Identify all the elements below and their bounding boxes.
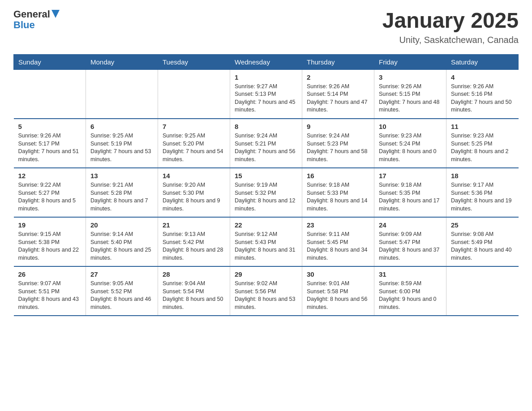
- day-info-27: Sunrise: 9:05 AM Sunset: 5:52 PM Dayligh…: [90, 280, 153, 311]
- day-cell-18: 18Sunrise: 9:17 AM Sunset: 5:36 PM Dayli…: [446, 168, 519, 217]
- day-number-15: 15: [235, 172, 297, 180]
- week-row-5: 26Sunrise: 9:07 AM Sunset: 5:51 PM Dayli…: [14, 266, 519, 316]
- day-cell-15: 15Sunrise: 9:19 AM Sunset: 5:32 PM Dayli…: [230, 168, 302, 217]
- day-info-1: Sunrise: 9:27 AM Sunset: 5:13 PM Dayligh…: [235, 83, 297, 114]
- day-info-13: Sunrise: 9:21 AM Sunset: 5:28 PM Dayligh…: [90, 181, 153, 213]
- day-cell-31: 31Sunrise: 8:59 AM Sunset: 6:00 PM Dayli…: [374, 266, 446, 316]
- day-info-31: Sunrise: 8:59 AM Sunset: 6:00 PM Dayligh…: [379, 280, 442, 311]
- day-cell-20: 20Sunrise: 9:14 AM Sunset: 5:40 PM Dayli…: [86, 217, 158, 266]
- calendar-body: 1Sunrise: 9:27 AM Sunset: 5:13 PM Daylig…: [14, 69, 519, 316]
- day-number-5: 5: [18, 123, 82, 130]
- day-info-19: Sunrise: 9:15 AM Sunset: 5:38 PM Dayligh…: [18, 231, 82, 262]
- day-info-28: Sunrise: 9:04 AM Sunset: 5:54 PM Dayligh…: [163, 280, 225, 311]
- day-number-27: 27: [90, 270, 153, 278]
- calendar-table: SundayMondayTuesdayWednesdayThursdayFrid…: [13, 54, 519, 317]
- day-info-25: Sunrise: 9:08 AM Sunset: 5:49 PM Dayligh…: [451, 231, 514, 262]
- empty-cell: [14, 69, 86, 119]
- day-info-11: Sunrise: 9:23 AM Sunset: 5:25 PM Dayligh…: [451, 132, 514, 163]
- day-info-26: Sunrise: 9:07 AM Sunset: 5:51 PM Dayligh…: [18, 280, 82, 311]
- weekday-header-friday: Friday: [374, 54, 446, 69]
- day-cell-12: 12Sunrise: 9:22 AM Sunset: 5:27 PM Dayli…: [14, 168, 86, 217]
- day-cell-6: 6Sunrise: 9:25 AM Sunset: 5:19 PM Daylig…: [86, 119, 158, 168]
- day-cell-1: 1Sunrise: 9:27 AM Sunset: 5:13 PM Daylig…: [230, 69, 302, 119]
- day-number-31: 31: [379, 270, 442, 278]
- day-info-12: Sunrise: 9:22 AM Sunset: 5:27 PM Dayligh…: [18, 181, 82, 213]
- day-number-25: 25: [451, 221, 514, 229]
- day-info-20: Sunrise: 9:14 AM Sunset: 5:40 PM Dayligh…: [90, 231, 153, 262]
- day-number-8: 8: [235, 123, 297, 130]
- day-number-9: 9: [307, 123, 369, 130]
- day-cell-8: 8Sunrise: 9:24 AM Sunset: 5:21 PM Daylig…: [230, 119, 302, 168]
- day-number-23: 23: [307, 221, 369, 229]
- day-cell-28: 28Sunrise: 9:04 AM Sunset: 5:54 PM Dayli…: [158, 266, 230, 316]
- day-cell-29: 29Sunrise: 9:02 AM Sunset: 5:56 PM Dayli…: [230, 266, 302, 316]
- day-info-23: Sunrise: 9:11 AM Sunset: 5:45 PM Dayligh…: [307, 231, 369, 262]
- day-cell-22: 22Sunrise: 9:12 AM Sunset: 5:43 PM Dayli…: [230, 217, 302, 266]
- weekday-header-wednesday: Wednesday: [230, 54, 302, 69]
- day-number-30: 30: [307, 270, 369, 278]
- day-number-26: 26: [18, 270, 82, 278]
- weekday-header-monday: Monday: [86, 54, 158, 69]
- week-row-2: 5Sunrise: 9:26 AM Sunset: 5:17 PM Daylig…: [14, 119, 519, 168]
- day-info-17: Sunrise: 9:18 AM Sunset: 5:35 PM Dayligh…: [379, 181, 442, 213]
- day-number-24: 24: [379, 221, 442, 229]
- day-info-22: Sunrise: 9:12 AM Sunset: 5:43 PM Dayligh…: [235, 231, 297, 262]
- day-number-2: 2: [307, 73, 369, 81]
- day-number-22: 22: [235, 221, 297, 229]
- day-info-2: Sunrise: 9:26 AM Sunset: 5:14 PM Dayligh…: [307, 83, 369, 114]
- day-cell-30: 30Sunrise: 9:01 AM Sunset: 5:58 PM Dayli…: [302, 266, 374, 316]
- day-cell-10: 10Sunrise: 9:23 AM Sunset: 5:24 PM Dayli…: [374, 119, 446, 168]
- empty-cell: [86, 69, 158, 119]
- logo-triangle-icon: [51, 10, 60, 18]
- day-info-3: Sunrise: 9:26 AM Sunset: 5:15 PM Dayligh…: [379, 83, 442, 114]
- day-info-9: Sunrise: 9:24 AM Sunset: 5:23 PM Dayligh…: [307, 132, 369, 163]
- weekday-header-saturday: Saturday: [446, 54, 519, 69]
- weekday-header-sunday: Sunday: [14, 54, 86, 69]
- day-cell-25: 25Sunrise: 9:08 AM Sunset: 5:49 PM Dayli…: [446, 217, 519, 266]
- day-number-1: 1: [235, 73, 297, 81]
- day-number-6: 6: [90, 123, 153, 130]
- logo-blue: Blue: [13, 19, 35, 30]
- day-cell-13: 13Sunrise: 9:21 AM Sunset: 5:28 PM Dayli…: [86, 168, 158, 217]
- day-info-4: Sunrise: 9:26 AM Sunset: 5:16 PM Dayligh…: [451, 83, 514, 114]
- logo-general: General: [13, 9, 50, 20]
- day-info-30: Sunrise: 9:01 AM Sunset: 5:58 PM Dayligh…: [307, 280, 369, 311]
- day-cell-5: 5Sunrise: 9:26 AM Sunset: 5:17 PM Daylig…: [14, 119, 86, 168]
- day-cell-16: 16Sunrise: 9:18 AM Sunset: 5:33 PM Dayli…: [302, 168, 374, 217]
- weekday-header-row: SundayMondayTuesdayWednesdayThursdayFrid…: [14, 54, 519, 69]
- week-row-1: 1Sunrise: 9:27 AM Sunset: 5:13 PM Daylig…: [14, 69, 519, 119]
- day-number-21: 21: [163, 221, 225, 229]
- week-row-3: 12Sunrise: 9:22 AM Sunset: 5:27 PM Dayli…: [14, 168, 519, 217]
- title-section: January 2025 Unity, Saskatchewan, Canada: [382, 9, 519, 45]
- day-number-16: 16: [307, 172, 369, 180]
- day-cell-21: 21Sunrise: 9:13 AM Sunset: 5:42 PM Dayli…: [158, 217, 230, 266]
- empty-cell: [158, 69, 230, 119]
- calendar-title: January 2025: [382, 9, 519, 33]
- day-info-16: Sunrise: 9:18 AM Sunset: 5:33 PM Dayligh…: [307, 181, 369, 213]
- day-number-14: 14: [163, 172, 225, 180]
- day-info-29: Sunrise: 9:02 AM Sunset: 5:56 PM Dayligh…: [235, 280, 297, 311]
- day-number-19: 19: [18, 221, 82, 229]
- day-info-6: Sunrise: 9:25 AM Sunset: 5:19 PM Dayligh…: [90, 132, 153, 163]
- day-cell-26: 26Sunrise: 9:07 AM Sunset: 5:51 PM Dayli…: [14, 266, 86, 316]
- day-info-24: Sunrise: 9:09 AM Sunset: 5:47 PM Dayligh…: [379, 231, 442, 262]
- day-number-11: 11: [451, 123, 514, 130]
- day-number-10: 10: [379, 123, 442, 130]
- day-cell-17: 17Sunrise: 9:18 AM Sunset: 5:35 PM Dayli…: [374, 168, 446, 217]
- day-info-15: Sunrise: 9:19 AM Sunset: 5:32 PM Dayligh…: [235, 181, 297, 213]
- day-cell-24: 24Sunrise: 9:09 AM Sunset: 5:47 PM Dayli…: [374, 217, 446, 266]
- logo: General Blue: [13, 9, 60, 30]
- day-cell-23: 23Sunrise: 9:11 AM Sunset: 5:45 PM Dayli…: [302, 217, 374, 266]
- day-info-8: Sunrise: 9:24 AM Sunset: 5:21 PM Dayligh…: [235, 132, 297, 163]
- day-cell-27: 27Sunrise: 9:05 AM Sunset: 5:52 PM Dayli…: [86, 266, 158, 316]
- day-cell-3: 3Sunrise: 9:26 AM Sunset: 5:15 PM Daylig…: [374, 69, 446, 119]
- day-info-10: Sunrise: 9:23 AM Sunset: 5:24 PM Dayligh…: [379, 132, 442, 163]
- day-cell-2: 2Sunrise: 9:26 AM Sunset: 5:14 PM Daylig…: [302, 69, 374, 119]
- weekday-header-tuesday: Tuesday: [158, 54, 230, 69]
- day-info-7: Sunrise: 9:25 AM Sunset: 5:20 PM Dayligh…: [163, 132, 225, 163]
- day-number-13: 13: [90, 172, 153, 180]
- calendar-header: SundayMondayTuesdayWednesdayThursdayFrid…: [14, 54, 519, 69]
- day-number-4: 4: [451, 73, 514, 81]
- day-number-28: 28: [163, 270, 225, 278]
- day-cell-9: 9Sunrise: 9:24 AM Sunset: 5:23 PM Daylig…: [302, 119, 374, 168]
